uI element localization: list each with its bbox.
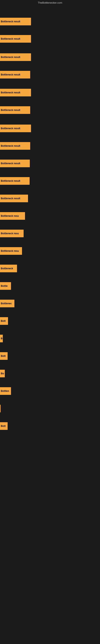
bar-label-20: Bott — [1, 354, 6, 358]
bar-13: Bottleneck resu — [0, 230, 24, 237]
bar-label-24: Bott — [1, 425, 6, 428]
bar-row-17: Bottlenec — [0, 295, 100, 312]
bar-label-7: Bottleneck result — [1, 127, 20, 130]
bar-row-15: Bottleneck — [0, 260, 100, 277]
bar-5: Bottleneck result — [0, 89, 31, 96]
bar-16: Bottle — [0, 282, 11, 290]
bar-label-16: Bottle — [1, 284, 8, 288]
bar-8: Bottleneck result — [0, 142, 30, 150]
bar-20: Bott — [0, 352, 8, 360]
bar-label-8: Bottleneck result — [1, 144, 20, 147]
bar-3: Bottleneck result — [0, 53, 31, 61]
bar-label-18: Bott — [1, 320, 6, 322]
bar-row-20: Bott — [0, 347, 100, 365]
bar-line-23 — [0, 405, 0, 412]
bar-4: Bottleneck result — [0, 71, 30, 78]
bar-row-12: Bottleneck resu — [0, 207, 100, 224]
bar-row-9: Bottleneck result — [0, 155, 100, 172]
bar-label-17: Bottlenec — [1, 302, 12, 305]
bar-label-15: Bottleneck — [1, 267, 13, 270]
bar-7: Bottleneck result — [0, 124, 31, 132]
bar-row-8: Bottleneck result — [0, 137, 100, 154]
bar-22: Bottlen — [0, 387, 11, 395]
bar-row-14: Bottleneck resu — [0, 242, 100, 260]
bar-label-21: Bo — [1, 372, 4, 375]
bar-14: Bottleneck resu — [0, 247, 22, 255]
bar-row-3: Bottleneck result — [0, 48, 100, 66]
bar-6: Bottleneck result — [0, 106, 30, 114]
bar-row-1: Bottleneck result — [0, 13, 100, 30]
bar-label-22: Bottlen — [1, 390, 9, 392]
bar-9: Bottleneck result — [0, 160, 30, 167]
bar-24: Bott — [0, 422, 8, 430]
bar-label-12: Bottleneck resu — [1, 214, 19, 217]
bar-label-10: Bottleneck result — [1, 180, 20, 182]
bar-label-11: Bottleneck result — [1, 197, 20, 200]
bar-17: Bottlenec — [0, 300, 14, 307]
bar-21: Bo — [0, 370, 5, 377]
bar-row-21: Bo — [0, 365, 100, 382]
bar-label-3: Bottleneck result — [1, 56, 20, 58]
bar-label-1: Bottleneck result — [1, 20, 20, 23]
bar-label-14: Bottleneck resu — [1, 250, 19, 252]
bar-row-5: Bottleneck result — [0, 84, 100, 101]
bar-row-13: Bottleneck resu — [0, 225, 100, 242]
bar-label-4: Bottleneck result — [1, 73, 20, 76]
bar-row-10: Bottleneck result — [0, 172, 100, 190]
bar-row-19: B — [0, 330, 100, 347]
bar-label-6: Bottleneck result — [1, 109, 20, 112]
bar-19: B — [0, 335, 3, 342]
bar-row-16: Bottle — [0, 277, 100, 295]
bar-row-6: Bottleneck result — [0, 102, 100, 119]
bar-row-2: Bottleneck result — [0, 30, 100, 48]
bar-label-13: Bottleneck resu — [1, 232, 19, 235]
bar-label-9: Bottleneck result — [1, 162, 20, 165]
bar-row-18: Bott — [0, 312, 100, 330]
bar-row-22: Bottlen — [0, 382, 100, 400]
bar-15: Bottleneck — [0, 265, 17, 272]
bar-row-7: Bottleneck result — [0, 120, 100, 137]
site-title: TheBottlenecker.com — [0, 0, 100, 6]
bar-row-11: Bottleneck result — [0, 190, 100, 207]
bar-12: Bottleneck resu — [0, 212, 25, 220]
bar-label-5: Bottleneck result — [1, 91, 20, 94]
bar-row-23 — [0, 400, 100, 417]
bar-label-19: B — [1, 337, 2, 340]
bar-2: Bottleneck result — [0, 35, 31, 43]
bar-row-4: Bottleneck result — [0, 66, 100, 83]
bar-18: Bott — [0, 317, 8, 325]
bar-row-24: Bott — [0, 418, 100, 435]
bar-10: Bottleneck result — [0, 177, 30, 185]
bar-1: Bottleneck result — [0, 18, 31, 25]
bar-label-2: Bottleneck result — [1, 38, 20, 40]
bar-11: Bottleneck result — [0, 194, 28, 202]
